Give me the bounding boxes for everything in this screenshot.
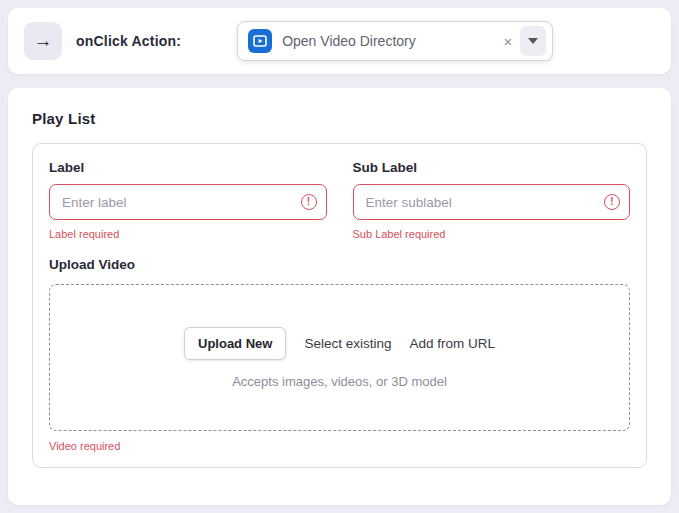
sublabel-field-title: Sub Label — [353, 160, 631, 175]
error-warning-icon: ! — [604, 194, 620, 210]
sublabel-input[interactable] — [353, 184, 631, 220]
upload-video-label: Upload Video — [49, 257, 630, 272]
add-from-url-button[interactable]: Add from URL — [409, 336, 495, 351]
label-field-group: Label ! Label required — [49, 160, 327, 241]
select-existing-button[interactable]: Select existing — [304, 336, 391, 351]
video-directory-icon — [248, 29, 272, 53]
error-warning-icon: ! — [301, 194, 317, 210]
chevron-down-icon[interactable] — [520, 26, 546, 56]
video-dropzone[interactable]: Upload New Select existing Add from URL … — [49, 284, 630, 431]
video-error-text: Video required — [49, 440, 630, 452]
clear-selection-icon[interactable]: × — [495, 34, 520, 49]
arrow-glyph: → — [34, 30, 53, 52]
playlist-card: Play List Label ! Label required Sub Lab… — [8, 88, 671, 505]
label-input[interactable] — [49, 184, 327, 220]
onclick-action-label: onClick Action: — [76, 33, 181, 49]
playlist-title: Play List — [32, 110, 647, 127]
onclick-action-select[interactable]: Open Video Directory × — [237, 21, 553, 61]
sublabel-error-text: Sub Label required — [353, 228, 631, 241]
label-field-title: Label — [49, 160, 327, 175]
arrow-right-icon[interactable]: → — [24, 22, 62, 60]
upload-new-button[interactable]: Upload New — [184, 327, 286, 360]
label-error-text: Label required — [49, 228, 327, 241]
playlist-form: Label ! Label required Sub Label ! Sub L… — [32, 143, 647, 468]
dropzone-hint-text: Accepts images, videos, or 3D model — [232, 374, 447, 389]
selected-option-label: Open Video Directory — [282, 33, 495, 49]
sublabel-field-group: Sub Label ! Sub Label required — [353, 160, 631, 241]
onclick-action-bar: → onClick Action: Open Video Directory × — [8, 8, 671, 74]
